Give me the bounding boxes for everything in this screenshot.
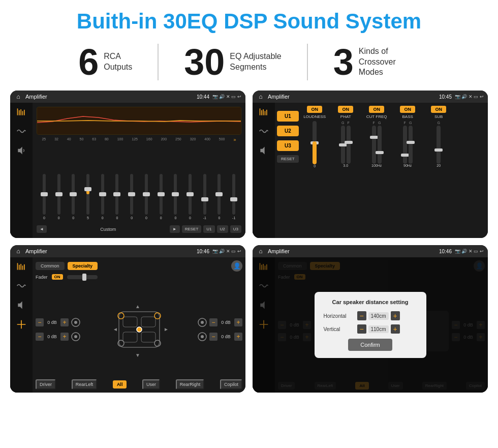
stat-rca: 6 RCAOutputs (53, 44, 159, 80)
svg-rect-4 (24, 110, 25, 115)
eq-slider-8: 0 (140, 174, 153, 220)
eq-slider-track-13[interactable] (217, 174, 221, 215)
xover-home-icon[interactable]: ⌂ (257, 93, 265, 101)
eq-slider-6: 0 (111, 174, 124, 220)
eq-home-icon[interactable]: ⌂ (14, 93, 22, 101)
eq-sidebar-eq-icon[interactable] (14, 107, 28, 117)
xover-sidebar (253, 103, 275, 238)
eq-freq-labels: 253240506380100125160200250320400500 » (37, 137, 241, 142)
right-ch1-minus[interactable]: − (209, 318, 217, 326)
eq-slider-track-10[interactable] (174, 174, 177, 215)
xover-u2-btn[interactable]: U2 (277, 126, 299, 136)
xover-phat: ON PHAT G F 3.0 (332, 106, 360, 235)
eq-u1-btn[interactable]: U1 (203, 225, 214, 233)
fader-sidebar-speaker-icon[interactable] (14, 300, 28, 310)
fader-copilot-btn[interactable]: Copilot (220, 379, 242, 390)
eq-u2-btn[interactable]: U2 (217, 225, 228, 233)
eq-slider-11: 0 (183, 174, 197, 220)
dialog-vertical-minus[interactable]: − (357, 324, 366, 334)
right-ch2-minus[interactable]: − (209, 333, 217, 341)
svg-rect-27 (123, 332, 137, 342)
cutfreq-toggle[interactable]: ON (369, 106, 384, 113)
eq-slider-track-8[interactable] (145, 174, 148, 215)
eq-slider-track-11[interactable] (189, 174, 192, 215)
dialog-horizontal-minus[interactable]: − (357, 311, 366, 320)
speaker-distance-dialog: Car speaker distance setting Horizontal … (315, 292, 426, 358)
fader-user-btn[interactable]: User (142, 379, 160, 390)
fader-specialty-tab[interactable]: Specialty (68, 262, 98, 270)
dialog-confirm-button[interactable]: Confirm (348, 339, 392, 351)
fader-tabs: Common Specialty 👤 (36, 260, 242, 272)
fader-common-tab[interactable]: Common (36, 262, 65, 270)
eq-slider-track-9[interactable] (160, 174, 163, 215)
xover-time: 10:45 (439, 94, 452, 100)
stat-crossover: 3 Kinds ofCrossover Modes (308, 44, 445, 80)
phat-toggle[interactable]: ON (338, 106, 353, 113)
svg-rect-25 (123, 317, 137, 327)
eq-slider-track-3[interactable] (72, 174, 75, 215)
dialog-horizontal-value: 140cm (368, 312, 389, 320)
fader-sidebar-arrows-icon[interactable] (14, 319, 28, 330)
page-title: Buith-in 30EQ DSP Sound System (0, 0, 498, 39)
svg-rect-26 (141, 317, 155, 327)
eq-next-arrow[interactable]: ► (170, 225, 180, 233)
svg-point-29 (137, 327, 142, 332)
fader-rearright-btn[interactable]: RearRight (176, 379, 205, 390)
eq-slider-track-14[interactable] (232, 174, 235, 215)
fader-driver-btn[interactable]: Driver (36, 379, 56, 390)
fader-sidebar-wave-icon[interactable] (14, 281, 28, 291)
dialog-screen-content: Common Specialty 👤 Fader ON − 0 dB + (253, 257, 488, 393)
phat-label: PHAT (340, 114, 351, 119)
eq-slider-3: 0 (67, 174, 80, 220)
fader-h-slider[interactable] (67, 275, 98, 279)
svg-text:►: ► (164, 326, 169, 332)
fader-sidebar-eq-icon[interactable] (14, 261, 28, 272)
dialog-horizontal-plus[interactable]: + (391, 311, 400, 320)
eq-sidebar-wave-icon[interactable] (14, 126, 28, 136)
right-ch2-plus[interactable]: + (234, 333, 242, 341)
svg-rect-17 (22, 265, 23, 270)
fader-all-btn[interactable]: All (113, 380, 127, 389)
eq-slider-track-4[interactable] (86, 174, 89, 215)
eq-slider-track-2[interactable] (57, 174, 60, 215)
xover-u1-btn[interactable]: U1 (277, 111, 299, 122)
eq-prev-arrow[interactable]: ◄ (37, 225, 47, 233)
left-ch2-minus[interactable]: − (36, 333, 44, 341)
eq-slider-track-6[interactable] (115, 174, 118, 215)
fader-rearleft-btn[interactable]: RearLeft (72, 379, 98, 390)
dialog-vertical-label: Vertical (324, 326, 354, 332)
fader-on-badge[interactable]: ON (52, 274, 63, 280)
eq-slider-track-7[interactable] (130, 174, 133, 215)
xover-sidebar-eq-icon[interactable] (257, 107, 271, 117)
dialog-horizontal-row: Horizontal − 140cm + (324, 311, 417, 320)
eq-slider-track-1[interactable] (43, 174, 46, 215)
right-ch1-plus[interactable]: + (234, 318, 242, 326)
svg-marker-5 (18, 147, 22, 155)
eq-slider-track-12[interactable] (203, 174, 206, 215)
xover-u3-btn[interactable]: U3 (277, 140, 299, 151)
dialog-status-icons: 📷 🔊 ✕ ▭ ↩ (455, 249, 484, 254)
xover-sidebar-wave-icon[interactable] (257, 126, 271, 136)
svg-point-39 (201, 321, 204, 324)
sub-toggle[interactable]: ON (431, 106, 446, 113)
left-ch1-minus[interactable]: − (36, 318, 44, 326)
eq-sidebar-speaker-icon[interactable] (14, 145, 28, 156)
xover-sidebar-speaker-icon[interactable] (257, 145, 271, 156)
dialog-home-icon[interactable]: ⌂ (257, 247, 265, 255)
eq-u3-btn[interactable]: U3 (230, 225, 241, 233)
dialog-vertical-plus[interactable]: + (391, 324, 400, 334)
svg-text:◄: ◄ (113, 326, 118, 332)
fader-home-icon[interactable]: ⌂ (14, 247, 22, 255)
left-ch2-plus[interactable]: + (60, 333, 69, 341)
eq-preset-label: Custom (49, 227, 168, 232)
eq-slider-track-5[interactable] (101, 174, 104, 215)
left-ch1-plus[interactable]: + (60, 318, 69, 326)
xover-reset-btn[interactable]: RESET (277, 155, 299, 163)
loudness-toggle[interactable]: ON (307, 106, 322, 113)
eq-reset-btn[interactable]: RESET (182, 225, 202, 233)
eq-status-icons: 📷 🔊 ✕ ▭ ↩ (212, 94, 241, 99)
svg-rect-16 (20, 264, 21, 270)
dialog-screen-card: ⌂ Amplifier 10:46 📷 🔊 ✕ ▭ ↩ (253, 245, 488, 393)
profile-icon[interactable]: 👤 (231, 260, 242, 272)
bass-toggle[interactable]: ON (400, 106, 415, 113)
